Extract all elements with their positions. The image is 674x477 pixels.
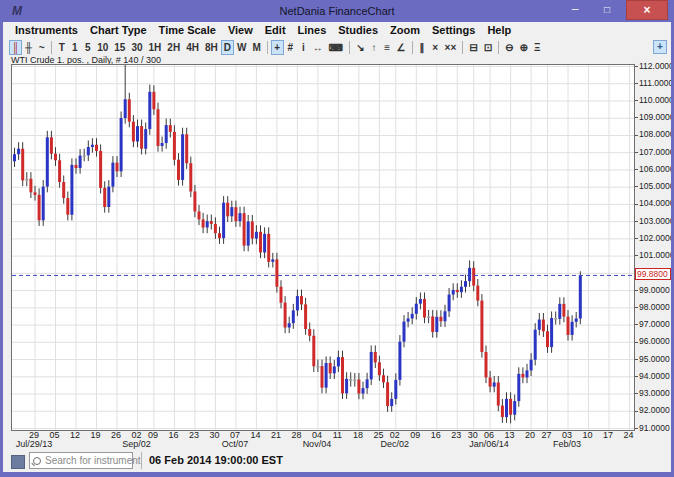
- candle: [21, 149, 24, 181]
- menu-item-help[interactable]: Help: [481, 22, 517, 39]
- pin-toolbar-icon[interactable]: +: [653, 40, 667, 54]
- menu-item-instruments[interactable]: Instruments: [9, 22, 84, 39]
- ohlc-bars-icon[interactable]: ╫: [22, 40, 35, 55]
- timescale-1min[interactable]: 1: [68, 40, 81, 55]
- candle: [452, 290, 455, 295]
- candle: [107, 187, 110, 207]
- candle: [308, 329, 311, 336]
- time-axis-day-label: 16: [431, 430, 441, 440]
- timescale-daily: D: [224, 42, 231, 53]
- status-separator: [141, 452, 142, 469]
- timescale-8h[interactable]: 8H: [202, 40, 221, 55]
- candle: [538, 320, 541, 330]
- candle: [95, 145, 98, 151]
- chart-plot-area[interactable]: [11, 64, 635, 431]
- price-axis-label: 103.0000: [635, 216, 674, 226]
- menu-item-zoom[interactable]: Zoom: [384, 22, 426, 39]
- trend-line-icon[interactable]: ↘: [353, 40, 367, 55]
- parallel-lines-icon[interactable]: ∥: [416, 40, 429, 55]
- price-axis[interactable]: 112.0000111.0000110.0000109.0000108.0000…: [635, 64, 674, 431]
- candle: [251, 221, 254, 238]
- menu-item-settings[interactable]: Settings: [426, 22, 481, 39]
- time-axis-day-label: 21: [271, 430, 281, 440]
- candle: [444, 311, 447, 321]
- price-axis-label: 109.0000: [635, 112, 674, 122]
- price-axis-label: 107.0000: [635, 147, 674, 157]
- menu-item-studies[interactable]: Studies: [332, 22, 384, 39]
- menu-item-lines[interactable]: Lines: [292, 22, 333, 39]
- grid-icon[interactable]: #: [284, 40, 297, 55]
- candle: [284, 303, 287, 328]
- candle: [558, 304, 561, 319]
- delete-line-icon[interactable]: ×: [429, 40, 442, 55]
- candle: [46, 137, 49, 186]
- candle: [128, 99, 131, 121]
- time-axis-day-label: 10: [582, 430, 592, 440]
- line-chart-icon[interactable]: ~: [35, 40, 48, 55]
- delete-line-icon: ×: [432, 42, 438, 53]
- timescale-weekly[interactable]: W: [234, 40, 249, 55]
- instrument-search-input[interactable]: Search for instrument: [29, 452, 133, 469]
- horizontal-lines-icon[interactable]: ≡: [381, 40, 394, 55]
- candle: [435, 317, 438, 332]
- time-axis-month-label: Feb/03: [553, 439, 581, 449]
- timescale-15min: 15: [114, 42, 125, 53]
- candle: [165, 125, 168, 143]
- info-icon[interactable]: i: [297, 40, 310, 55]
- status-grid-icon[interactable]: [11, 455, 25, 469]
- timescale-5min[interactable]: 5: [81, 40, 94, 55]
- zoom-fit-icon[interactable]: Ξ: [531, 40, 544, 55]
- price-axis-label: 108.0000: [635, 129, 674, 139]
- toolbar: ║╫~T151015301H2H4H8HDWM+#i↔⌨↘↑≡∠∥×××⊟⊡⊖⊕…: [3, 39, 671, 56]
- timescale-tick[interactable]: T: [55, 40, 68, 55]
- horizontal-scroll-icon: ↔: [313, 42, 323, 53]
- candle: [312, 336, 315, 367]
- timescale-1h[interactable]: 1H: [146, 40, 165, 55]
- timescale-4h[interactable]: 4H: [183, 40, 202, 55]
- candle: [485, 352, 488, 378]
- timescale-monthly[interactable]: M: [249, 40, 263, 55]
- print-icon[interactable]: ⊟: [466, 40, 480, 55]
- horizontal-scroll-icon[interactable]: ↔: [310, 40, 326, 55]
- delete-all-lines-icon[interactable]: ××: [442, 40, 460, 55]
- timescale-15min[interactable]: 15: [111, 40, 128, 55]
- candle: [193, 191, 196, 211]
- candlestick-chart-icon[interactable]: ║: [9, 40, 22, 55]
- vertical-line-icon[interactable]: ↑: [368, 40, 381, 55]
- angle-line-icon[interactable]: ∠: [394, 40, 409, 55]
- price-axis-label: 104.0000: [635, 198, 674, 208]
- timescale-2h[interactable]: 2H: [164, 40, 183, 55]
- minimize-button[interactable]: –: [561, 0, 589, 20]
- candle: [66, 198, 69, 215]
- candle: [275, 259, 278, 286]
- timescale-daily[interactable]: D: [221, 40, 234, 55]
- candle: [111, 163, 114, 187]
- time-axis-day-label: 26: [111, 430, 121, 440]
- candle: [370, 352, 373, 379]
- zoom-in-icon[interactable]: ⊕: [516, 40, 530, 55]
- keyboard-icon[interactable]: ⌨: [326, 40, 346, 55]
- menu-item-chart-type[interactable]: Chart Type: [84, 22, 153, 39]
- timescale-30min[interactable]: 30: [128, 40, 145, 55]
- price-axis-label: 111.0000: [635, 78, 673, 88]
- timescale-10min[interactable]: 10: [94, 40, 111, 55]
- maximize-button[interactable]: □: [593, 0, 621, 20]
- candle: [374, 352, 377, 362]
- close-button[interactable]: ×: [626, 0, 668, 20]
- menu-item-view[interactable]: View: [222, 22, 259, 39]
- timescale-1h: 1H: [149, 42, 162, 53]
- menu-bar: InstrumentsChart TypeTime ScaleViewEditL…: [3, 22, 671, 39]
- print-preview-icon[interactable]: ⊡: [481, 40, 495, 55]
- candle: [546, 331, 549, 347]
- candle: [50, 137, 53, 153]
- zoom-out-icon[interactable]: ⊖: [502, 40, 516, 55]
- toolbar-separator: [51, 41, 52, 54]
- time-axis-day-label: 17: [603, 430, 613, 440]
- menu-item-edit[interactable]: Edit: [259, 22, 292, 39]
- menu-item-time-scale[interactable]: Time Scale: [153, 22, 222, 39]
- time-axis[interactable]: 2905121926020916233007142128041118250209…: [11, 430, 651, 449]
- candle: [521, 374, 524, 378]
- crosshair-icon[interactable]: +: [271, 40, 284, 55]
- candle: [38, 195, 41, 220]
- candle: [423, 299, 426, 317]
